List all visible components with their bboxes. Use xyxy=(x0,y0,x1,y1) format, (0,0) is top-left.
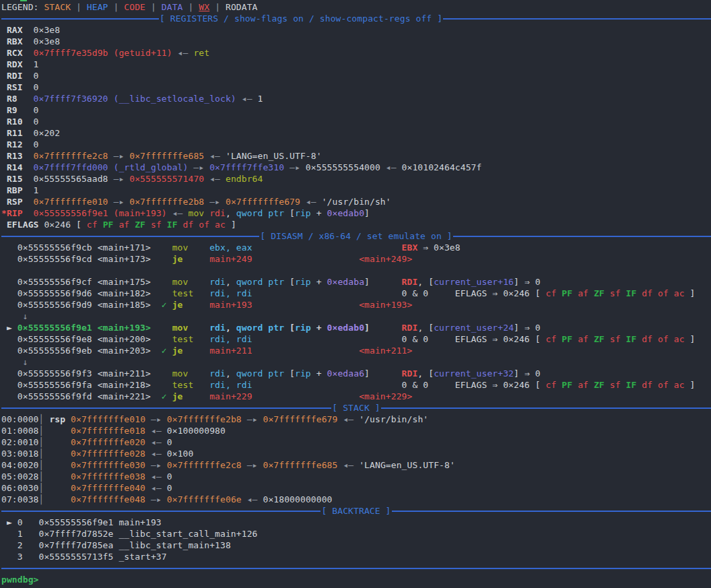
text-segment: 0 0×55555556f9e1 main+193 xyxy=(18,517,162,527)
text-segment: RDI xyxy=(1,71,34,81)
divider-rule xyxy=(443,18,711,20)
text-segment: R9 xyxy=(1,105,34,115)
text-segment: 0×10102464c457f xyxy=(402,162,482,172)
text-segment: ◂— xyxy=(145,426,167,436)
text-segment: RBX xyxy=(1,36,34,46)
text-segment xyxy=(44,460,71,470)
text-segment: rdi, rdi xyxy=(209,380,252,390)
disasm-header: [ DISASM / x86-64 / set emulate on ] xyxy=(1,230,711,242)
register-row-rbp: RBP 1 xyxy=(1,185,711,196)
pwndbg-terminal[interactable]: LEGEND: STACK | HEAP | CODE | DATA | WX … xyxy=(0,0,711,588)
prompt[interactable]: pwndbg> xyxy=(1,575,39,585)
stack-header-title: [ STACK ] xyxy=(331,402,380,414)
text-segment: —▸ xyxy=(108,197,130,207)
text-segment: ◂— xyxy=(300,197,322,207)
text-segment: main+229 xyxy=(209,391,252,401)
fallthrough-arrow: ↓ xyxy=(1,357,28,367)
text-segment: 0×7fffffffe018 xyxy=(71,426,145,436)
text-segment: 0×7fffffffe010 xyxy=(34,197,108,207)
text-segment: , [ xyxy=(417,368,434,379)
text-segment: ⇒ 0×3e8 xyxy=(417,242,460,253)
text-segment: mov xyxy=(172,242,210,253)
text-segment: je xyxy=(172,346,210,356)
text-segment: 0×18000000000 xyxy=(263,494,332,504)
text-segment: df xyxy=(642,288,658,298)
text-segment: 0×7ffff7ffe310 xyxy=(209,162,284,172)
text-segment xyxy=(428,288,455,298)
text-segment: 'LANG=en_US.UTF-8' xyxy=(359,460,455,470)
text-segment: 0×7ffff7e35d9b (getuid+11) xyxy=(34,48,172,58)
text-segment: IF xyxy=(167,220,183,230)
text-segment: —▸ xyxy=(145,460,167,470)
register-row-eflags: EFLAGS 0×246 [ cf PF af ZF sf IF df of a… xyxy=(1,219,711,230)
text-segment xyxy=(370,368,402,379)
text-segment: 0×3e8 xyxy=(34,36,61,46)
text-segment: 01:0008 xyxy=(1,426,39,436)
text-segment xyxy=(44,437,71,447)
register-row-r15: R15 0×55555565aad8 —▸ 0×555555571470 ◂— … xyxy=(1,173,711,185)
stack-row-1: 01:0008│ 0×7fffffffe018 ◂— 0×100000980 xyxy=(1,425,711,436)
text-segment: ret xyxy=(193,48,209,58)
text-segment xyxy=(252,300,360,310)
registers-header-title: [ REGISTERS / show-flags on / show-compa… xyxy=(159,13,443,24)
text-segment: af xyxy=(118,220,135,230)
text-segment: RDI xyxy=(402,368,418,379)
text-segment: ] xyxy=(690,334,696,344)
text-segment: 0×100 xyxy=(167,449,194,459)
text-segment: ZF xyxy=(594,334,610,344)
text-segment: je xyxy=(172,300,210,310)
text-segment: rip xyxy=(295,208,311,218)
text-segment: [ xyxy=(290,277,295,287)
text-segment: | xyxy=(183,2,199,12)
text-segment: EFLAGS ⇒ 0×246 xyxy=(455,288,535,298)
text-segment: —▸ xyxy=(242,414,263,424)
divider-rule xyxy=(1,568,711,569)
text-segment: 0×7fffffffe685 xyxy=(129,151,204,161)
text-segment: 0×55555556f9f3 <main+211> xyxy=(1,368,172,379)
text-segment: current_user+16 xyxy=(434,277,514,287)
text-segment: sf xyxy=(151,220,167,230)
text-segment: EFLAGS xyxy=(1,220,44,230)
text-segment: je xyxy=(172,254,210,264)
text-segment: 0×55555556f9e8 <main+200> xyxy=(1,334,172,344)
text-segment xyxy=(252,334,402,344)
text-segment: 0 xyxy=(34,139,39,150)
text-segment: EBX xyxy=(402,242,418,253)
text-segment: 0×edaa6 xyxy=(327,368,365,379)
text-segment: sf xyxy=(610,334,626,344)
prompt-line[interactable]: pwndbg> xyxy=(1,574,711,585)
text-segment: ZF xyxy=(594,288,610,298)
text-segment: ◂— xyxy=(236,94,258,104)
text-segment xyxy=(252,391,360,401)
text-segment: ◂— xyxy=(145,437,167,447)
legend-rodata: RODATA xyxy=(226,2,258,12)
text-segment: qword ptr xyxy=(236,277,290,287)
disasm-row-main-203: 0×55555556f9eb <main+203> ✓ je main+211 … xyxy=(1,345,711,356)
text-segment xyxy=(44,426,71,436)
stack-row-3: 03:0018│ 0×7fffffffe028 ◂— 0×100 xyxy=(1,448,711,459)
text-segment: 'LANG=en_US.UTF-8' xyxy=(226,151,322,161)
text-segment: 04:0020 xyxy=(1,460,39,470)
text-segment: EFLAGS ⇒ 0×246 xyxy=(455,334,535,344)
register-row-r12: R12 0 xyxy=(1,139,711,150)
text-segment: 0×edab0 xyxy=(327,208,365,218)
text-segment: R10 xyxy=(1,117,34,127)
text-segment: 0×7fffffffe685 xyxy=(263,460,337,470)
text-segment: of xyxy=(658,380,674,390)
text-segment xyxy=(370,323,402,333)
text-segment: <main+211> xyxy=(359,346,412,356)
text-segment: ◂— xyxy=(145,483,167,493)
text-segment: of xyxy=(199,220,215,230)
current-frame-marker: ► xyxy=(1,517,18,527)
text-segment: cf xyxy=(546,380,562,390)
text-segment: 0×555555571470 xyxy=(129,174,204,184)
text-segment: ◂— xyxy=(167,208,189,218)
text-segment: ZF xyxy=(135,220,151,230)
text-segment: <main+193> xyxy=(359,300,412,310)
register-row-rbx: RBX 0×3e8 xyxy=(1,36,711,47)
text-segment: 0 xyxy=(167,437,172,447)
text-segment: 0×7fffffffe040 xyxy=(71,483,145,493)
divider-rule xyxy=(381,407,711,409)
text-segment: + xyxy=(311,208,327,218)
text-segment: ◂— xyxy=(172,48,194,58)
